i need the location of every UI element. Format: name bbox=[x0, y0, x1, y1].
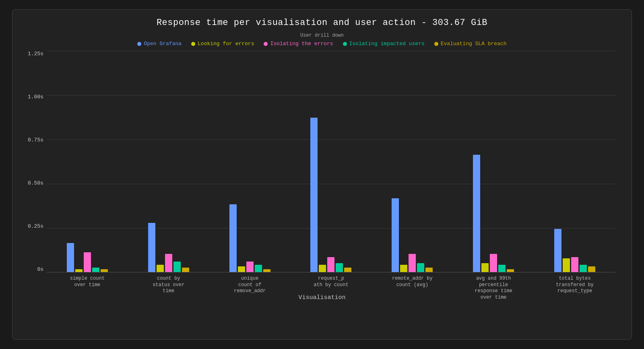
x-axis-label: count by status over time bbox=[147, 272, 191, 293]
bar bbox=[473, 155, 480, 272]
bar bbox=[238, 266, 245, 272]
axis-title: Visualisation bbox=[25, 294, 619, 301]
bar-group-bars bbox=[554, 229, 595, 272]
bar bbox=[255, 265, 262, 272]
bar bbox=[571, 257, 578, 272]
bar-group bbox=[148, 223, 189, 272]
bar bbox=[84, 252, 91, 272]
bar-group bbox=[310, 118, 351, 272]
bar bbox=[588, 266, 595, 272]
bar bbox=[246, 262, 254, 272]
bar bbox=[319, 265, 326, 272]
legend-items: Open GrafanaLooking for errorsIsolating … bbox=[137, 41, 506, 47]
bar bbox=[310, 118, 318, 272]
legend-item: Open Grafana bbox=[137, 41, 182, 47]
bar bbox=[498, 265, 506, 272]
y-axis-label: 0.25s bbox=[28, 223, 43, 229]
bar bbox=[336, 263, 343, 272]
bar-group-bars bbox=[148, 223, 189, 272]
legend-label: Isolating the errors bbox=[270, 41, 333, 47]
y-axis-label: 1.00s bbox=[28, 94, 43, 100]
chart-area: 1.25s1.00s0.75s0.50s0.25s0s simple count… bbox=[25, 51, 619, 293]
bar bbox=[327, 257, 334, 272]
x-axis-label: total bytes transfered by request_type bbox=[553, 272, 597, 293]
x-axis-label: request_p ath by count bbox=[309, 272, 353, 293]
x-labels: simple count over timecount by status ov… bbox=[47, 272, 615, 293]
chart-container: Response time per visualisation and user… bbox=[12, 9, 632, 340]
legend-container: User drill down Open GrafanaLooking for … bbox=[25, 33, 619, 47]
y-axis-label: 0.50s bbox=[28, 180, 43, 186]
bar-group-bars bbox=[310, 118, 351, 272]
bar-group-bars bbox=[392, 198, 433, 272]
y-axis-label: 0s bbox=[37, 266, 43, 272]
legend-label: Open Grafana bbox=[144, 41, 182, 47]
bar-group bbox=[67, 243, 108, 272]
y-axis: 1.25s1.00s0.75s0.50s0.25s0s bbox=[25, 51, 47, 272]
x-axis-label: avg and 99th percentile response time ov… bbox=[471, 272, 516, 293]
bar-group bbox=[473, 155, 514, 272]
legend-label: Isolating impacted users bbox=[349, 41, 425, 47]
bar bbox=[490, 254, 497, 272]
legend-dot bbox=[434, 42, 438, 46]
chart-title: Response time per visualisation and user… bbox=[25, 18, 619, 28]
bar bbox=[554, 229, 561, 272]
legend-item: Looking for errors bbox=[191, 41, 254, 47]
bar bbox=[67, 243, 74, 272]
bar-group-bars bbox=[67, 243, 108, 272]
legend-label: Looking for errors bbox=[198, 41, 254, 47]
bar bbox=[173, 262, 181, 272]
bar bbox=[409, 254, 416, 272]
legend-subtitle: User drill down bbox=[300, 33, 344, 38]
y-axis-label: 0.75s bbox=[28, 137, 43, 143]
bar-group bbox=[392, 198, 433, 272]
bar-group bbox=[554, 229, 595, 272]
bar bbox=[481, 263, 489, 272]
bar-group bbox=[229, 204, 270, 272]
legend-dot bbox=[343, 42, 347, 46]
x-axis-label: unique count of remove_addr bbox=[228, 272, 272, 293]
bar bbox=[392, 198, 399, 272]
legend-dot bbox=[191, 42, 195, 46]
legend-item: Isolating the errors bbox=[264, 41, 333, 47]
x-axis-label: simple count over time bbox=[65, 272, 109, 293]
bar-group-bars bbox=[229, 204, 270, 272]
legend-dot bbox=[264, 42, 268, 46]
bar bbox=[157, 265, 164, 272]
bar bbox=[400, 265, 407, 272]
legend-item: Evaluating SLA breach bbox=[434, 41, 507, 47]
bars-area bbox=[47, 51, 615, 272]
x-axis-label: remote_addr by count (avg) bbox=[390, 272, 434, 293]
legend-item: Isolating impacted users bbox=[343, 41, 425, 47]
legend-label: Evaluating SLA breach bbox=[441, 41, 507, 47]
bar-group-bars bbox=[473, 155, 514, 272]
bar bbox=[417, 263, 424, 272]
grid-and-bars bbox=[47, 51, 615, 272]
bar bbox=[229, 204, 237, 272]
bar bbox=[148, 223, 155, 272]
bar bbox=[165, 254, 172, 272]
bar bbox=[563, 258, 570, 272]
legend-dot bbox=[137, 42, 141, 46]
y-axis-label: 1.25s bbox=[28, 51, 43, 57]
bar bbox=[580, 265, 587, 272]
